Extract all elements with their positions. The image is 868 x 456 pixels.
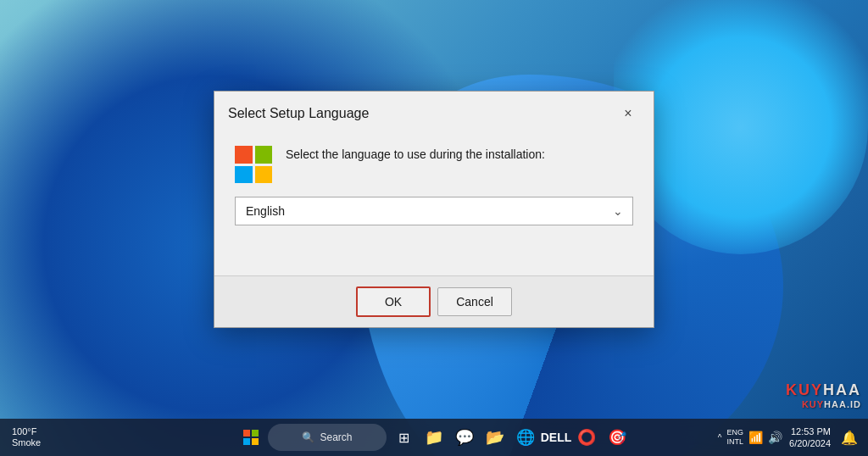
ms-logo-blue	[235, 166, 253, 184]
dialog-message: Select the language to use during the in…	[286, 146, 545, 164]
system-tray[interactable]: ^ ENG INTL 📶 🔊	[718, 428, 782, 447]
teams-icon: 💬	[455, 428, 474, 447]
system-clock[interactable]: 12:53 PM 6/20/2024	[786, 425, 834, 450]
dialog-top-row: Select the language to use during the in…	[235, 146, 633, 183]
dialog-title: Select Setup Language	[228, 106, 369, 121]
dialog-overlay: Select Setup Language × Select the langu…	[0, 0, 868, 419]
language-dropdown[interactable]: English French German Spanish Italian Ja…	[235, 197, 633, 225]
folder-icon: 📁	[425, 428, 443, 447]
ms-logo-red	[235, 146, 253, 164]
taskbar: 100°F Smoke 🔍 Search ⊞ 📁 💬	[0, 419, 868, 456]
start-button[interactable]	[237, 424, 264, 451]
chrome-icon: ⭕	[577, 428, 596, 447]
weather-temp: 100°F	[12, 426, 41, 437]
weather-condition: Smoke	[12, 437, 41, 448]
dialog-footer: OK Cancel	[214, 275, 654, 327]
taskbar-center-icons: 🔍 Search ⊞ 📁 💬 📂 🌐 DELL ⭕ 🎯	[237, 424, 631, 451]
app-button[interactable]: 🎯	[604, 424, 631, 451]
ms-logo-yellow	[255, 166, 273, 184]
teams-button[interactable]: 💬	[451, 424, 478, 451]
dialog-titlebar: Select Setup Language ×	[214, 92, 654, 132]
taskbar-search[interactable]: 🔍 Search	[268, 424, 387, 451]
search-icon: 🔍	[302, 431, 314, 443]
app-icon: 🎯	[608, 428, 626, 447]
dialog-close-button[interactable]: ×	[616, 102, 640, 125]
clock-date: 6/20/2024	[789, 437, 831, 449]
ok-button[interactable]: OK	[356, 286, 431, 317]
task-view-button[interactable]: ⊞	[390, 424, 417, 451]
dialog-body: Select the language to use during the in…	[214, 132, 654, 275]
locale-display: ENG INTL	[727, 428, 744, 447]
ms-logo-green	[255, 146, 273, 164]
cancel-button[interactable]: Cancel	[437, 287, 512, 316]
clock-time: 12:53 PM	[791, 425, 831, 437]
edge-button[interactable]: 🌐	[512, 424, 539, 451]
windows-logo-icon	[243, 430, 259, 445]
dell-button[interactable]: DELL	[542, 424, 570, 451]
notification-icon[interactable]: 🔔	[837, 430, 861, 446]
wifi-icon: 📶	[748, 431, 763, 444]
language-select-wrapper[interactable]: English French German Spanish Italian Ja…	[235, 197, 633, 225]
setup-language-dialog: Select Setup Language × Select the langu…	[214, 91, 654, 328]
dell-icon: DELL	[541, 431, 572, 444]
edge-icon: 🌐	[516, 428, 535, 447]
search-label: Search	[320, 431, 352, 443]
taskbar-left: 100°F Smoke	[7, 426, 108, 448]
task-view-icon: ⊞	[398, 430, 409, 446]
chrome-button[interactable]: ⭕	[573, 424, 600, 451]
files-icon: 📂	[486, 428, 504, 447]
volume-icon: 🔊	[768, 431, 782, 444]
tray-arrow-icon: ^	[718, 433, 722, 442]
microsoft-logo	[235, 146, 272, 183]
taskbar-right: ^ ENG INTL 📶 🔊 12:53 PM 6/20/2024 🔔	[718, 425, 861, 450]
file-explorer-button[interactable]: 📁	[420, 424, 448, 451]
files-button[interactable]: 📂	[481, 424, 509, 451]
weather-widget[interactable]: 100°F Smoke	[7, 426, 46, 448]
